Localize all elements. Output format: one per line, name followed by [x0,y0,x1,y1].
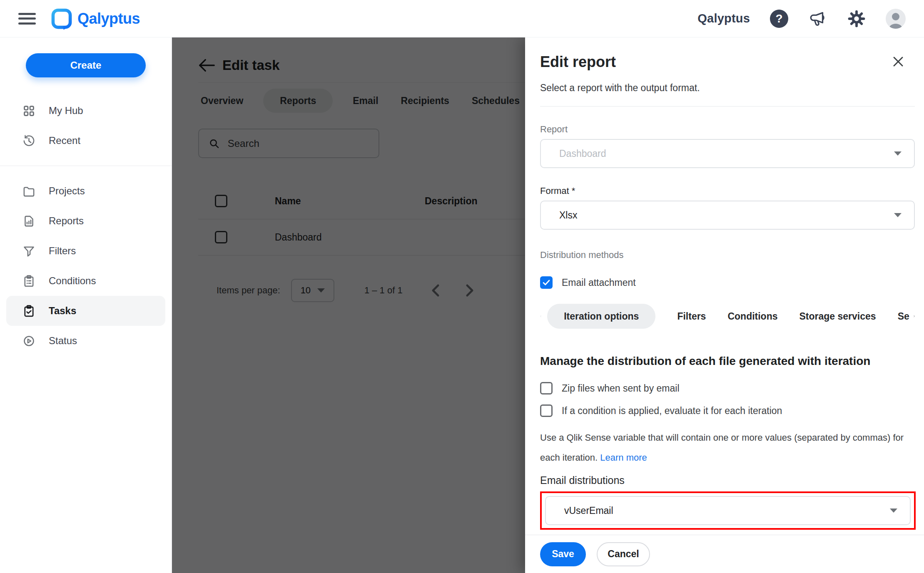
zip-files-checkbox-row[interactable]: Zip files when sent by email [540,382,915,394]
sidebar-item-label: Projects [49,185,85,197]
distribution-methods-label: Distribution methods [540,250,915,260]
sidebar: Create My Hub Recent [0,37,172,573]
tab-settings-truncated[interactable]: Se [898,311,909,322]
sidebar-item-status[interactable]: Status [6,326,165,356]
evaluate-condition-label: If a condition is applied, evaluate it f… [562,405,782,417]
funnel-icon [22,245,35,258]
tab-storage-services[interactable]: Storage services [799,311,876,322]
topbar-right: Qalyptus ? [697,9,906,29]
sidebar-item-my-hub[interactable]: My Hub [6,96,165,126]
email-distributions-value: vUserEmail [564,505,890,516]
sidebar-item-label: Reports [49,215,84,227]
sidebar-item-recent[interactable]: Recent [6,126,165,156]
red-highlight-annotation: vUserEmail [540,491,916,530]
create-button[interactable]: Create [26,53,146,77]
qalyptus-logo-icon [51,8,72,30]
format-select-value: Xlsx [559,210,894,221]
sidebar-item-label: Conditions [49,275,96,287]
edit-report-drawer: Edit report Select a report with the out… [525,37,924,573]
help-icon[interactable]: ? [770,10,788,28]
chevron-down-icon [894,151,902,156]
email-attachment-label: Email attachment [562,277,636,288]
sidebar-item-conditions[interactable]: Conditions [6,266,165,296]
chevron-down-icon [890,509,897,513]
report-select[interactable]: Dashboard [540,139,915,168]
email-attachment-checkbox-row[interactable]: Email attachment [540,276,915,289]
scroll-tabs-left-icon[interactable] [540,310,541,322]
check-icon [542,278,551,287]
announcements-megaphone-icon[interactable] [808,9,827,28]
main-content-area: Edit task Overview Reports Email Recipie… [172,37,525,573]
email-attachment-checkbox[interactable] [540,276,553,289]
drawer-divider [540,106,915,107]
iteration-helper-text: Use a Qlik Sense variable that will cont… [540,428,907,468]
evaluate-condition-checkbox-row[interactable]: If a condition is applied, evaluate it f… [540,404,915,417]
drawer-title: Edit report [540,53,616,71]
settings-gear-icon[interactable] [847,10,866,28]
grid-icon [22,104,35,117]
scroll-tabs-right-icon[interactable] [914,310,915,322]
sidebar-item-reports[interactable]: Reports [6,206,165,236]
report-label: Report [540,124,915,135]
folder-icon [22,185,35,198]
sidebar-item-label: Filters [49,245,76,257]
email-distributions-select[interactable]: vUserEmail [545,496,911,525]
topbar: Qalyptus Qalyptus ? [0,0,924,37]
sidebar-item-filters[interactable]: Filters [6,236,165,266]
logo-wordmark: Qalyptus [77,10,140,27]
sidebar-item-label: Status [49,335,77,347]
drawer-footer: Save Cancel [525,535,924,573]
sidebar-item-label: Tasks [49,305,76,317]
play-circle-icon [22,335,35,347]
app-logo[interactable]: Qalyptus [51,8,140,30]
tab-iteration-options[interactable]: Iteration options [547,304,655,329]
hamburger-menu-icon[interactable] [18,12,36,25]
sidebar-item-label: My Hub [49,105,83,117]
format-label: Format * [540,186,915,196]
evaluate-condition-checkbox[interactable] [540,404,553,417]
app-root: Qalyptus Qalyptus ? [0,0,924,573]
chevron-down-icon [894,213,902,217]
history-icon [22,134,35,147]
zip-files-checkbox[interactable] [540,382,553,394]
sidebar-item-label: Recent [49,135,80,146]
iteration-section-heading: Manage the distribution of each file gen… [540,355,915,368]
sidebar-item-tasks[interactable]: Tasks [6,296,165,326]
email-distributions-label: Email distributions [540,474,915,486]
user-avatar[interactable] [886,9,906,29]
drawer-subtitle: Select a report with the output format. [540,82,915,94]
tab-filters[interactable]: Filters [677,311,706,322]
save-button[interactable]: Save [540,542,586,566]
format-select[interactable]: Xlsx [540,201,915,230]
zip-files-label: Zip files when sent by email [562,383,680,394]
drawer-tab-strip: Iteration options Filters Conditions Sto… [540,304,915,329]
learn-more-link[interactable]: Learn more [600,452,647,463]
product-name: Qalyptus [697,12,750,25]
modal-scrim[interactable] [172,37,525,573]
clipboard-check-icon [22,305,35,318]
topbar-left: Qalyptus [18,8,140,30]
tab-conditions[interactable]: Conditions [727,311,777,322]
close-icon[interactable] [892,55,905,68]
cancel-button[interactable]: Cancel [597,542,650,566]
report-select-value: Dashboard [559,148,894,159]
sidebar-divider [0,166,172,166]
report-icon [22,215,35,228]
sidebar-item-projects[interactable]: Projects [6,176,165,206]
clipboard-list-icon [22,275,35,288]
